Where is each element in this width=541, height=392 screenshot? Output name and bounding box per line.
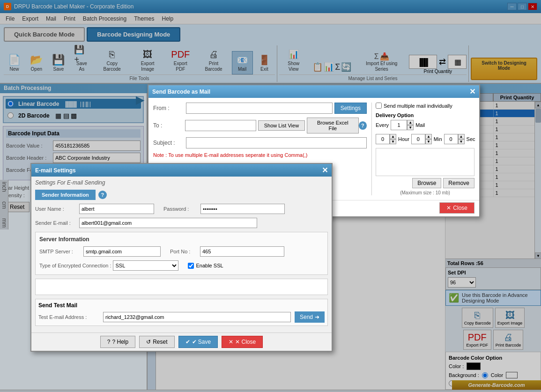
sender-email-row: Sender E-mail : — [35, 218, 328, 228]
min-up-btn[interactable]: ▲ — [425, 134, 432, 139]
hour-label: Hour — [398, 136, 409, 142]
browse-attachment-btn[interactable]: Browse — [412, 178, 441, 188]
encryption-select[interactable]: SSL — [113, 260, 178, 271]
mail-label-text: Mail — [415, 122, 425, 128]
close-label: Close — [453, 205, 467, 211]
test-email-row: Test E-mail Address : Send ➜ — [38, 311, 325, 323]
min-spinner[interactable]: ▲ ▼ — [411, 134, 432, 144]
every-input[interactable] — [391, 120, 407, 130]
send-mail-title-text: Send Barcode as Mail — [152, 89, 210, 95]
close-footer-btn[interactable]: ✕ ✕ Close — [222, 336, 263, 348]
email-settings-footer: ? ? Help ↺ Reset ✔ ✔ Save ✕ ✕ Close — [31, 333, 332, 351]
send-arrow-icon: ➜ — [315, 314, 319, 320]
reset-footer-btn[interactable]: ↺ Reset — [139, 336, 174, 348]
save-footer-btn[interactable]: ✔ ✔ Save — [178, 336, 218, 348]
to-input[interactable] — [185, 120, 256, 131]
server-section-title: Server Information — [39, 236, 324, 243]
help-icon[interactable]: ? — [359, 121, 367, 130]
send-test-title: Send Test Mail — [38, 302, 325, 309]
credentials-row: User Name : Password : — [35, 204, 328, 214]
settings-subtitle: Settings For E-mail Sending — [35, 179, 328, 186]
port-group: Port No : — [170, 246, 284, 257]
server-info-section: Server Information SMTP Server : Port No… — [35, 232, 328, 275]
every-down-btn[interactable]: ▼ — [407, 125, 414, 130]
reset-footer-label: Reset — [153, 339, 167, 345]
to-row: To : Show List View Browse Excel File ? — [153, 118, 367, 133]
delivery-row: Every ▲ ▼ Mail — [376, 120, 474, 130]
send-multiple-row: Send multiple mail individually — [376, 103, 474, 109]
hour-down-btn[interactable]: ▼ — [390, 139, 396, 144]
help-footer-btn[interactable]: ? ? Help — [100, 336, 135, 348]
every-spinner[interactable]: ▲ ▼ — [391, 120, 414, 130]
send-test-btn-label: Send — [300, 314, 313, 320]
smtp-group: SMTP Server : — [39, 246, 161, 257]
username-group: User Name : — [35, 204, 154, 214]
sender-email-label: Sender E-mail : — [35, 220, 77, 226]
min-label: Min — [434, 136, 442, 142]
help-footer-icon: ? — [107, 339, 111, 345]
server-row: SMTP Server : Port No : — [39, 246, 324, 257]
test-email-label: Test E-mail Address : — [38, 314, 99, 320]
ssl-group: Enable SSL — [188, 263, 223, 269]
attachment-buttons: Browse Remove — [376, 178, 474, 188]
reset-footer-icon: ↺ — [146, 339, 151, 345]
tab-row: Sender Information ? — [35, 190, 328, 200]
from-input[interactable] — [186, 103, 333, 114]
send-test-section: Send Test Mail Test E-mail Address : Sen… — [35, 299, 328, 326]
enable-ssl-label: Enable SSL — [196, 263, 223, 268]
settings-button[interactable]: Settings — [334, 103, 367, 114]
send-mail-close-button[interactable]: ✕ Close — [439, 202, 474, 214]
save-footer-label: ✔ Save — [192, 339, 211, 345]
sec-down-btn[interactable]: ▼ — [458, 139, 465, 144]
email-settings-close-icon[interactable]: ✕ — [322, 166, 328, 175]
attachment-area — [376, 148, 474, 176]
remove-attachment-btn[interactable]: Remove — [443, 178, 474, 188]
send-multiple-label: Send multiple mail individually — [384, 103, 452, 109]
delivery-option-label: Delivery Option — [376, 112, 474, 118]
email-settings-body: Settings For E-mail Sending Sender Infor… — [31, 177, 332, 333]
hour-input[interactable] — [376, 134, 390, 144]
every-label: Every — [376, 122, 389, 128]
email-settings-title-text: E-mail Settings — [35, 167, 76, 174]
send-mail-close-btn[interactable]: ✕ — [469, 87, 475, 96]
password-label: Password : — [163, 206, 199, 212]
subject-input[interactable] — [186, 137, 367, 148]
password-group: Password : — [163, 204, 285, 214]
time-row: ▲ ▼ Hour ▲ ▼ Min ▲ ▼ — [376, 134, 474, 144]
hour-spinner[interactable]: ▲ ▼ — [376, 134, 396, 144]
port-input[interactable] — [200, 246, 284, 257]
smtp-label: SMTP Server : — [39, 249, 82, 254]
username-input[interactable] — [79, 204, 154, 214]
show-list-view-button[interactable]: Show List View — [258, 120, 305, 131]
hour-up-btn[interactable]: ▲ — [390, 134, 396, 139]
sender-info-tab[interactable]: Sender Information — [35, 190, 96, 200]
from-row: From : Settings — [153, 103, 367, 114]
send-mail-right: Send multiple mail individually Delivery… — [371, 103, 474, 195]
min-down-btn[interactable]: ▼ — [425, 139, 432, 144]
min-input[interactable] — [411, 134, 425, 144]
test-email-input[interactable] — [103, 312, 291, 322]
save-footer-icon: ✔ — [185, 339, 190, 345]
send-multiple-checkbox[interactable] — [376, 103, 382, 109]
username-label: User Name : — [35, 206, 77, 212]
close-footer-icon: ✕ — [229, 339, 233, 345]
sender-email-input[interactable] — [79, 218, 257, 228]
close-footer-label: ✕ Close — [235, 339, 256, 345]
send-test-btn[interactable]: Send ➜ — [295, 311, 325, 323]
send-mail-note: Note : To use multiple E-mail addresses … — [153, 152, 367, 158]
sec-up-btn[interactable]: ▲ — [458, 134, 465, 139]
max-size-label: (Maximum size : 10 mb) — [376, 190, 474, 195]
sec-input[interactable] — [444, 134, 458, 144]
sec-spinner[interactable]: ▲ ▼ — [444, 134, 465, 144]
browse-excel-button[interactable]: Browse Excel File — [307, 118, 359, 133]
from-label: From : — [153, 105, 186, 111]
password-input[interactable] — [200, 204, 285, 214]
every-up-btn[interactable]: ▲ — [407, 120, 414, 125]
smtp-input[interactable] — [83, 246, 161, 257]
settings-help-icon[interactable]: ? — [98, 191, 107, 199]
to-label: To : — [153, 122, 185, 129]
enable-ssl-checkbox[interactable] — [188, 263, 194, 269]
subject-row: Subject : — [153, 137, 367, 148]
email-body-area[interactable] — [35, 279, 328, 295]
send-mail-dialog-title: Send Barcode as Mail ✕ — [148, 85, 479, 98]
